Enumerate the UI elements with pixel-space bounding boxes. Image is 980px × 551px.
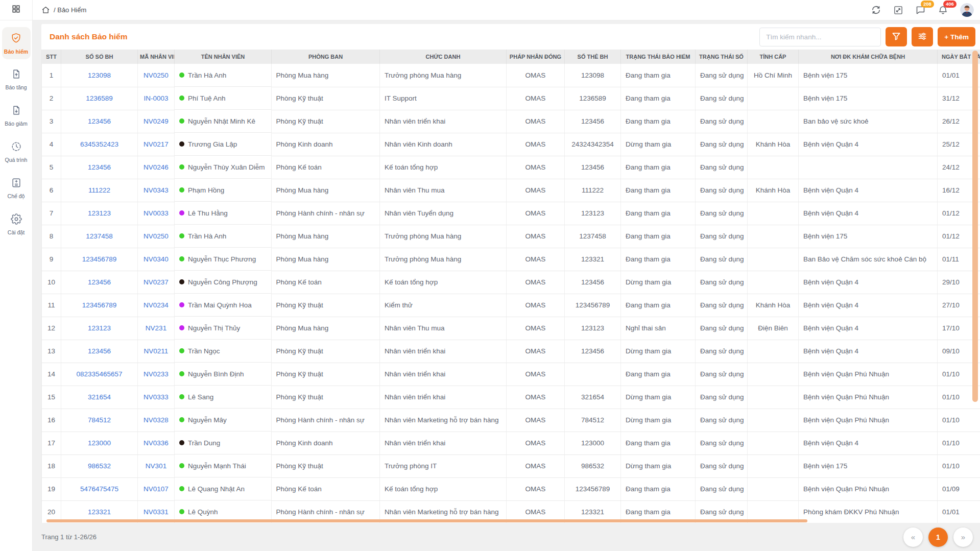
cell-trang-thai-bao-hiem: Dừng tham gia [621,340,696,363]
cell-ma-nhan-vien: NV0343 [138,179,175,202]
page-title: Danh sách Bảo hiểm [50,32,127,41]
col-header-tinh-cap[interactable]: TỈNH CẤP [748,50,799,64]
link-ma-nhan-vien[interactable]: NV0211 [144,347,169,355]
col-header-phong-ban[interactable]: PHÒNG BAN [272,50,380,64]
link-so-so-bh[interactable]: 123456789 [82,301,117,309]
link-ma-nhan-vien[interactable]: NV0336 [144,439,169,447]
link-ma-nhan-vien[interactable]: NV231 [146,324,166,332]
messages-icon[interactable]: 208 [915,5,926,15]
fullscreen-icon[interactable] [893,5,903,15]
prev-page-button[interactable]: « [903,528,923,547]
add-button[interactable]: + Thêm [938,27,975,46]
col-header-phap-nhan-dong[interactable]: PHÁP NHÂN ĐÓNG [507,50,565,64]
filter-button[interactable] [886,27,907,46]
link-ma-nhan-vien[interactable]: NV0107 [144,485,169,493]
link-so-so-bh[interactable]: 321654 [88,393,111,401]
cell-tinh-cap [748,363,799,386]
cell-stt: 3 [42,110,61,133]
next-page-button[interactable]: » [953,528,973,547]
col-header-chuc-danh[interactable]: CHỨC DANH [380,50,507,64]
sync-icon[interactable] [871,5,881,15]
cell-trang-thai-so: Đang sử dụng [696,202,748,225]
col-header-ma-nhan-vien[interactable]: MÃ NHÂN VIÊN [138,50,175,64]
sidebar-item-qua-trinh[interactable]: Quá trình [2,136,31,168]
home-icon[interactable] [41,6,50,14]
sidebar-item-che-do[interactable]: Chế độ [2,172,31,204]
link-so-so-bh[interactable]: 123456 [88,117,111,125]
employee-name: Trần Mai Quỳnh Hoa [188,301,252,309]
link-so-so-bh[interactable]: 6345352423 [80,140,118,148]
link-ma-nhan-vien[interactable]: NV0340 [144,255,169,263]
link-ma-nhan-vien[interactable]: NV0217 [144,140,169,148]
col-header-stt[interactable]: STT [42,50,61,64]
link-ma-nhan-vien[interactable]: NV0033 [144,209,169,217]
link-so-so-bh[interactable]: 123123 [88,209,111,217]
cell-so-the-bh: 321654 [565,386,621,409]
link-ma-nhan-vien[interactable]: NV0331 [144,508,169,516]
link-ma-nhan-vien[interactable]: NV0250 [144,71,169,79]
cell-chuc-danh: Trưởng phòng IT [380,454,507,477]
link-ma-nhan-vien[interactable]: NV0237 [144,278,169,286]
link-so-so-bh[interactable]: 784512 [88,416,111,424]
link-so-so-bh[interactable]: 123098 [88,71,111,79]
link-ma-nhan-vien[interactable]: NV0234 [144,301,169,309]
col-header-noi-dk-kham-chua-benh[interactable]: NƠI ĐK KHÁM CHỮA BỆNH [799,50,938,64]
link-so-so-bh[interactable]: 1236589 [86,94,113,102]
sidebar-item-bao-hiem[interactable]: Bảo hiểm [2,27,31,59]
cell-ten-nhan-vien: Trương Gia Lập [175,133,272,156]
sidebar-item-label: Chế độ [8,193,25,199]
user-avatar[interactable] [960,3,974,17]
cell-ma-nhan-vien: NV0333 [138,386,175,409]
sidebar-item-cai-dat[interactable]: Cài đặt [2,208,31,241]
sidebar-item-bao-tang[interactable]: Báo tăng [2,63,31,95]
col-header-ten-nhan-vien[interactable]: TÊN NHÂN VIÊN [175,50,272,64]
link-so-so-bh[interactable]: 123123 [88,324,111,332]
cell-stt: 18 [42,454,61,477]
link-so-so-bh[interactable]: 123456 [88,278,111,286]
apps-grid-button[interactable] [0,0,33,20]
search-input[interactable] [759,28,881,46]
link-ma-nhan-vien[interactable]: NV301 [146,462,166,470]
link-so-so-bh[interactable]: 123321 [88,508,111,516]
link-so-so-bh[interactable]: 5476475475 [80,485,118,493]
vertical-scrollbar-thumb[interactable] [972,51,978,402]
link-so-so-bh[interactable]: 123456789 [82,255,117,263]
cell-trang-thai-so: Đang sử dụng [696,248,748,271]
link-ma-nhan-vien[interactable]: NV0333 [144,393,169,401]
col-header-trang-thai-so[interactable]: TRẠNG THÁI SỐ [696,50,748,64]
sidebar-item-bao-giam[interactable]: Báo giảm [2,100,31,132]
link-ma-nhan-vien[interactable]: NV0343 [144,186,169,194]
link-so-so-bh[interactable]: 111222 [88,186,110,194]
link-ma-nhan-vien[interactable]: NV0246 [144,163,169,171]
page-1-button[interactable]: 1 [928,528,948,547]
link-ma-nhan-vien[interactable]: IN-0003 [144,94,168,102]
link-ma-nhan-vien[interactable]: NV0249 [144,117,169,125]
link-so-so-bh[interactable]: 1237458 [86,232,113,240]
link-ma-nhan-vien[interactable]: NV0328 [144,416,169,424]
link-ma-nhan-vien[interactable]: NV0250 [144,232,169,240]
cell-ma-nhan-vien: NV0340 [138,248,175,271]
col-header-trang-thai-bao-hiem[interactable]: TRẠNG THÁI BẢO HIỂM [621,50,696,64]
cell-so-so-bh: 123456 [61,271,138,294]
col-header-so-so-bh[interactable]: SỐ SỔ BH [61,50,138,64]
table-row: 3123456NV0249Nguyễn Nhật Minh KêPhòng Kỹ… [42,110,980,133]
sidebar-item-label: Quá trình [5,157,28,163]
breadcrumb: / Bảo Hiểm [41,6,86,14]
column-settings-button[interactable] [912,27,933,46]
topbar-actions: 208 406 [871,3,980,17]
cell-tinh-cap [748,477,799,500]
horizontal-scrollbar-thumb[interactable] [46,519,807,522]
cell-ten-nhan-vien: Phí Tuệ Anh [175,87,272,110]
link-so-so-bh[interactable]: 123456 [88,347,111,355]
sliders-icon [917,31,927,43]
link-so-so-bh[interactable]: 986532 [88,462,111,470]
link-so-so-bh[interactable]: 123000 [88,439,111,447]
link-ma-nhan-vien[interactable]: NV0233 [144,370,169,378]
notifications-icon[interactable]: 406 [938,5,948,15]
notifications-badge: 406 [943,1,957,8]
link-so-so-bh[interactable]: 082335465657 [76,370,122,378]
cell-stt: 16 [42,409,61,432]
link-so-so-bh[interactable]: 123456 [88,163,111,171]
col-header-so-the-bh[interactable]: SỐ THẺ BH [565,50,621,64]
table-row: 13123456NV0211Trần NgọcPhòng Kỹ thuậtNhâ… [42,340,980,363]
